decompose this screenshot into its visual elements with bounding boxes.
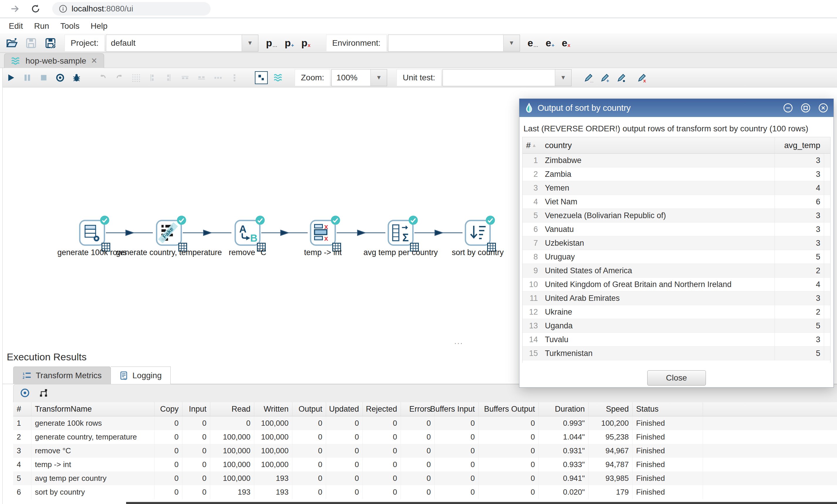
metrics-col-status[interactable]: Status <box>633 402 703 416</box>
preview-row-united-kingdom-of-great-britain-and-northern-ireland[interactable]: 10United Kingdom of Great Britain and No… <box>522 278 830 291</box>
open-file-icon[interactable] <box>4 36 19 50</box>
transform-sort-by-country[interactable] <box>464 219 492 247</box>
edit-environment-icon[interactable]: e… <box>528 37 538 49</box>
dialog-maximize-icon[interactable] <box>801 103 811 113</box>
metrics-col-buffers-input[interactable]: Buffers Input <box>434 402 479 416</box>
metrics-col-updated[interactable]: Updated <box>326 402 363 416</box>
transform-remove-c[interactable]: AB <box>233 219 262 247</box>
show-hide-selected-icon[interactable] <box>39 388 49 399</box>
tab-logging[interactable]: og Logging <box>111 366 171 384</box>
stop-icon[interactable] <box>35 70 52 85</box>
redo-icon[interactable] <box>111 70 128 85</box>
unit-test-combo[interactable]: ▼ <box>443 69 572 86</box>
add-project-icon[interactable]: p+ <box>285 37 294 49</box>
distribute-vertical-icon[interactable] <box>226 70 243 85</box>
pause-icon[interactable] <box>19 70 35 85</box>
distribute-horizontal-icon[interactable] <box>210 70 226 85</box>
snap-grid-icon[interactable] <box>128 70 144 85</box>
preview-row-turkmenistan[interactable]: 15Turkmenistan5 <box>522 346 830 360</box>
splitter-handle[interactable]: ∙∙∙ <box>454 339 463 348</box>
preview-row-zambia[interactable]: 2Zambia3 <box>522 167 830 181</box>
preview-row-vanuatu[interactable]: 6Vanuatu3 <box>522 222 830 236</box>
metrics-row-generate-country-temperature[interactable]: 2generate country, temperature00100,0001… <box>13 430 837 444</box>
preview-row-uruguay[interactable]: 8Uruguay5 <box>522 250 830 264</box>
zoom-combo-arrow-icon[interactable]: ▼ <box>370 70 387 86</box>
tab-transform-metrics[interactable]: 12 Transform Metrics <box>13 366 111 384</box>
environment-combo[interactable]: ▼ <box>388 35 520 52</box>
metrics-col-output[interactable]: Output <box>292 402 326 416</box>
close-button[interactable]: Close <box>647 370 706 385</box>
preview-col-avg-temp[interactable]: avg_temp <box>774 137 824 154</box>
zoom-combo[interactable]: 100% ▼ <box>332 69 387 86</box>
metrics-row-generate-100k-rows[interactable]: 1generate 100k rows000100,0000000000.993… <box>13 416 837 430</box>
dialog-titlebar[interactable]: Output of sort by country <box>519 99 834 117</box>
environment-combo-arrow-icon[interactable]: ▼ <box>503 35 520 51</box>
transform-generate-100k-rows[interactable] <box>78 219 106 247</box>
tab-close-icon[interactable]: ✕ <box>91 56 97 66</box>
unit-test-combo-arrow-icon[interactable]: ▼ <box>555 70 571 86</box>
dialog-minimize-icon[interactable] <box>783 103 793 113</box>
preview-results-toggle-icon[interactable] <box>255 71 268 84</box>
transform-avg-temp-per-country[interactable]: Σ <box>387 219 415 247</box>
undo-icon[interactable] <box>95 70 111 85</box>
save-icon[interactable] <box>23 36 39 50</box>
project-combo-arrow-icon[interactable]: ▼ <box>242 35 258 51</box>
preview-icon[interactable] <box>52 70 68 85</box>
horizontal-scrollbar[interactable] <box>126 502 837 504</box>
preview-row-uganda[interactable]: 13Uganda5 <box>522 319 830 333</box>
preview-col-country[interactable]: country <box>541 137 774 154</box>
preview-row-ukraine[interactable]: 12Ukraine2 <box>522 305 830 319</box>
debug-icon[interactable] <box>68 70 85 85</box>
menu-help[interactable]: Help <box>91 21 108 31</box>
delete-environment-icon[interactable]: ex <box>562 37 570 49</box>
preview-row-united-states-of-america[interactable]: 9United States of America2 <box>522 264 830 278</box>
metrics-col-transformname[interactable]: TransformName <box>31 402 155 416</box>
unit-test-detach-icon[interactable] <box>613 70 630 85</box>
metrics-col-[interactable]: # <box>13 402 31 416</box>
metrics-col-speed[interactable]: Speed <box>589 402 633 416</box>
metrics-col-read[interactable]: Read <box>210 402 254 416</box>
metrics-col-input[interactable]: Input <box>182 402 210 416</box>
edit-project-icon[interactable]: p… <box>266 37 277 49</box>
metrics-row-temp-int[interactable]: 4temp -> int00100,000100,0000000000.933"… <box>13 458 837 471</box>
preview-row-tuvalu[interactable]: 14Tuvalu3 <box>522 333 830 346</box>
preview-row-viet-nam[interactable]: 4Viet Nam6 <box>522 195 830 209</box>
address-bar[interactable]: localhost:8080/ui <box>52 2 211 16</box>
metrics-col-errors[interactable]: Errors <box>401 402 434 416</box>
menu-edit[interactable]: Edit <box>9 21 23 31</box>
metrics-col-duration[interactable]: Duration <box>539 402 589 416</box>
metrics-row-avg-temp-per-country[interactable]: 5avg temp per country00100,0001930000000… <box>13 471 837 485</box>
preview-row-united-arab-emirates[interactable]: 11United Arab Emirates3 <box>522 291 830 305</box>
transform-generate-country-temperature[interactable]: Fake <box>155 219 183 247</box>
metrics-row-sort-by-country[interactable]: 6sort by country001931930000000.020"179F… <box>13 485 837 499</box>
tab-hop-web-sample[interactable]: hop-web-sample ✕ <box>4 53 104 68</box>
preview-row-zimbabwe[interactable]: 1Zimbabwe3 <box>522 154 830 167</box>
menu-run[interactable]: Run <box>34 21 49 31</box>
show-hide-inactive-icon[interactable] <box>20 388 30 399</box>
save-as-icon[interactable] <box>43 36 58 50</box>
metrics-col-rejected[interactable]: Rejected <box>363 402 401 416</box>
site-info-icon[interactable] <box>59 4 68 13</box>
preview-row-uzbekistan[interactable]: 7Uzbekistan3 <box>522 236 830 250</box>
metrics-col-buffers-output[interactable]: Buffers Output <box>479 402 539 416</box>
forward-icon[interactable] <box>8 2 21 15</box>
metrics-row-remove-c[interactable]: 3remove °C00100,000100,0000000000.931"94… <box>13 444 837 458</box>
preview-row-yemen[interactable]: 3Yemen4 <box>522 181 830 195</box>
reload-icon[interactable] <box>29 2 42 15</box>
unit-test-new-icon[interactable]: + <box>597 70 613 85</box>
metrics-col-copy[interactable]: Copy <box>155 402 182 416</box>
preview-row-venezuela-bolivarian-republic-of[interactable]: 5Venezuela (Bolivarian Republic of)3 <box>522 209 830 222</box>
menu-tools[interactable]: Tools <box>60 21 79 31</box>
align-left-icon[interactable] <box>144 70 160 85</box>
project-combo[interactable]: default ▼ <box>106 35 259 52</box>
transform-temp-int[interactable]: xx <box>309 219 337 247</box>
unit-test-edit-icon[interactable]: … <box>581 70 597 85</box>
run-icon[interactable] <box>3 70 19 85</box>
preview-col-[interactable]: #▲ <box>522 137 541 154</box>
add-environment-icon[interactable]: e+ <box>546 37 554 49</box>
align-bottom-icon[interactable] <box>193 70 210 85</box>
align-right-icon[interactable] <box>160 70 177 85</box>
unit-test-delete-icon[interactable]: x <box>634 70 650 85</box>
align-top-icon[interactable] <box>177 70 193 85</box>
delete-project-icon[interactable]: px <box>301 37 310 49</box>
